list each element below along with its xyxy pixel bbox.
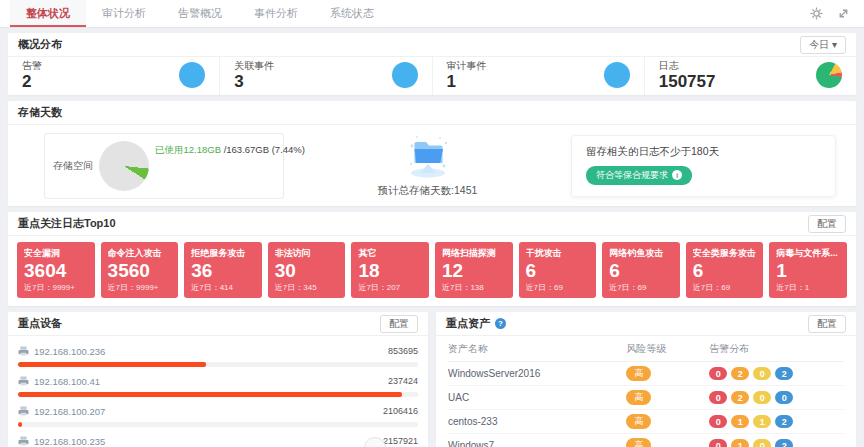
stat-value: 150757 <box>659 73 816 92</box>
device-bar-track <box>18 362 418 367</box>
log-card[interactable]: 病毒与文件系... 1 近7日：1 <box>769 242 847 298</box>
blue-circle-icon <box>179 62 205 88</box>
alert-badge-high: 1 <box>731 439 749 447</box>
alert-badge-medium: 0 <box>753 367 771 380</box>
stat-info: 审计事件 1 <box>447 59 604 92</box>
device-value: 237424 <box>388 376 418 386</box>
device-icon <box>18 342 29 360</box>
asset-alert-distribution: 0112 <box>709 415 844 428</box>
log-card-value: 18 <box>358 260 422 282</box>
tabbar-actions <box>810 0 854 27</box>
log-card-title: 安全类服务攻击 <box>693 247 757 260</box>
devices-config-button[interactable]: 配置 <box>380 315 418 333</box>
log-card-title: 拒绝服务攻击 <box>191 247 255 260</box>
asset-row[interactable]: centos-233 高 0112 <box>448 410 844 434</box>
overview-title: 概况分布 <box>18 37 62 52</box>
tab-4[interactable]: 事件分析 <box>238 0 314 27</box>
alert-badge-critical: 0 <box>709 439 727 447</box>
assets-header: 重点资产 ? 配置 <box>436 312 856 336</box>
asset-row[interactable]: WindowsServer2016 高 0202 <box>448 362 844 386</box>
tab-label: 事件分析 <box>254 6 298 21</box>
log-card[interactable]: 网络钓鱼攻击 6 近7日：69 <box>602 242 680 298</box>
device-value: 853695 <box>388 346 418 356</box>
gear-icon[interactable] <box>810 7 823 20</box>
log-card-week: 近7日：69 <box>693 282 757 293</box>
compliance-badge-button[interactable]: 符合等保合规要求 i <box>586 166 692 185</box>
info-icon: i <box>672 170 682 180</box>
assets-header-risk: 风险等级 <box>626 342 709 356</box>
alert-badge-critical: 0 <box>709 391 727 404</box>
device-icon <box>18 432 29 447</box>
alert-badge-high: 1 <box>731 415 749 428</box>
dashboard-content: 概况分布 今日 ▾ 告警 2 关联事件 3 审计事件 1 日志 150757 <box>0 28 864 447</box>
log-card-value: 6 <box>609 260 673 282</box>
log-card[interactable]: 命令注入攻击 3560 近7日：9999+ <box>101 242 179 298</box>
alert-badge-medium: 0 <box>753 439 771 447</box>
help-icon[interactable]: ? <box>495 318 506 329</box>
device-bar-fill <box>18 422 22 427</box>
device-row-top: 192.168.100.235 2157921 <box>18 432 418 447</box>
assets-config-button[interactable]: 配置 <box>808 315 846 333</box>
blue-circle-icon <box>392 62 418 88</box>
log-card-title: 病毒与文件系... <box>776 247 840 260</box>
device-row[interactable]: 192.168.100.41 237424 <box>18 369 418 399</box>
log-card-value: 3560 <box>108 260 172 282</box>
device-bar-fill <box>18 362 206 367</box>
log-card-value: 6 <box>526 260 590 282</box>
top-logs-header: 重点关注日志Top10 配置 <box>8 212 856 236</box>
devices-title: 重点设备 <box>18 316 62 331</box>
top-logs-list: 安全漏洞 3604 近7日：9999+ 命令注入攻击 3560 近7日：9999… <box>8 236 856 306</box>
stat-label: 审计事件 <box>447 59 604 73</box>
asset-row[interactable]: UAC 高 0200 <box>448 386 844 410</box>
asset-risk: 高 <box>626 414 709 429</box>
tab-list: 整体状况审计分析告警概况事件分析系统状态 <box>10 0 390 27</box>
assets-table-header: 资产名称 风险等级 告警分布 <box>448 336 844 362</box>
device-row[interactable]: 192.168.100.236 853695 <box>18 339 418 369</box>
log-card[interactable]: 安全漏洞 3604 近7日：9999+ <box>17 242 95 298</box>
top-logs-card: 重点关注日志Top10 配置 安全漏洞 3604 近7日：9999+ 命令注入攻… <box>8 212 856 306</box>
top-logs-config-button[interactable]: 配置 <box>808 215 846 233</box>
assets-title: 重点资产 <box>446 316 490 331</box>
tab-2[interactable]: 审计分析 <box>86 0 162 27</box>
storage-space-panel: 存储空间 已使用12.18GB /163.67GB (7.44%) <box>44 133 284 199</box>
asset-alert-distribution: 0202 <box>709 367 844 380</box>
device-row[interactable]: 192.168.100.235 2157921 <box>18 429 418 447</box>
log-card[interactable]: 拒绝服务攻击 36 近7日：414 <box>184 242 262 298</box>
tab-1[interactable]: 整体状况 <box>10 0 86 27</box>
storage-title: 存储天数 <box>18 105 62 120</box>
log-card-week: 近7日：1 <box>776 282 840 293</box>
date-filter-dropdown[interactable]: 今日 ▾ <box>800 36 846 54</box>
log-card-value: 36 <box>191 260 255 282</box>
device-row-top: 192.168.100.41 237424 <box>18 372 418 390</box>
storage-space-label: 存储空间 <box>53 159 93 173</box>
fullscreen-expand-icon[interactable] <box>837 7 850 20</box>
tab-label: 整体状况 <box>26 6 70 21</box>
asset-row[interactable]: Windows7 高 0102 <box>448 434 844 447</box>
device-value: 2157921 <box>383 436 418 446</box>
log-card[interactable]: 安全类服务攻击 6 近7日：69 <box>686 242 764 298</box>
log-card[interactable]: 其它 18 近7日：207 <box>351 242 429 298</box>
log-card[interactable]: 干扰攻击 6 近7日：69 <box>519 242 597 298</box>
log-card-week: 近7日：414 <box>191 282 255 293</box>
overview-header: 概况分布 今日 ▾ <box>8 33 856 57</box>
risk-badge: 高 <box>626 438 651 447</box>
storage-space-pie-chart <box>99 141 149 191</box>
log-card[interactable]: 网络扫描探测 12 近7日：138 <box>435 242 513 298</box>
asset-name: centos-233 <box>448 416 626 427</box>
overview-stats: 告警 2 关联事件 3 审计事件 1 日志 150757 <box>8 57 856 95</box>
log-card-title: 其它 <box>358 247 422 260</box>
log-card-value: 12 <box>442 260 506 282</box>
storage-usage-text: 已使用12.18GB /163.67GB (7.44%) <box>155 144 305 157</box>
tab-3[interactable]: 告警概况 <box>162 0 238 27</box>
assets-table: 资产名称 风险等级 告警分布 WindowsServer2016 高 0202 … <box>436 336 856 447</box>
device-bar-track <box>18 392 418 397</box>
blue-circle-icon <box>604 62 630 88</box>
stat-value: 1 <box>447 73 604 92</box>
device-row[interactable]: 192.168.100.207 2106416 <box>18 399 418 429</box>
log-card[interactable]: 非法访问 30 近7日：345 <box>268 242 346 298</box>
tab-5[interactable]: 系统状态 <box>314 0 390 27</box>
devices-header: 重点设备 配置 <box>8 312 428 336</box>
log-card-value: 1 <box>776 260 840 282</box>
asset-name: Windows7 <box>448 440 626 447</box>
storage-used-value: 已使用12.18GB <box>155 144 221 155</box>
